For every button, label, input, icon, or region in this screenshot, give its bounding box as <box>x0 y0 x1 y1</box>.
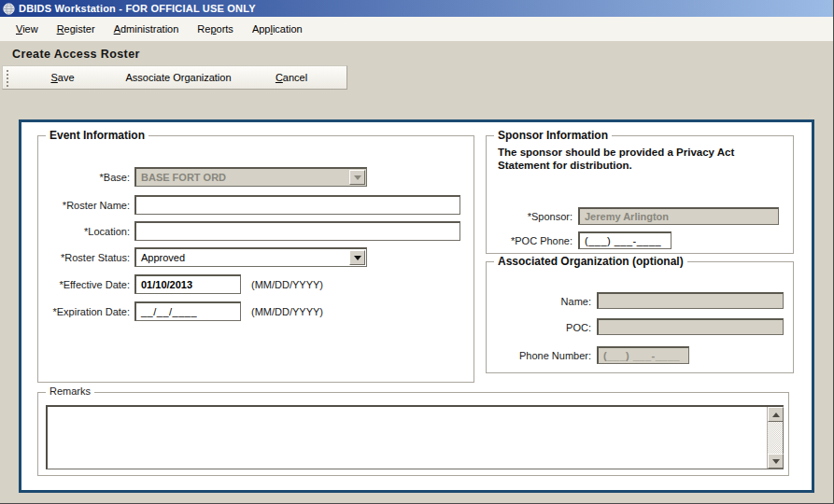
sponsor-information-title: Sponsor Information <box>494 129 612 142</box>
cancel-button[interactable]: Cancel <box>263 66 319 89</box>
org-name-field <box>597 292 784 309</box>
menu-register[interactable]: Register <box>57 23 95 35</box>
associate-organization-button[interactable]: Associate Organization <box>117 66 240 89</box>
poc-phone-label: *POC Phone: <box>487 235 572 246</box>
effective-date-field[interactable]: 01/10/2013 <box>134 274 241 294</box>
remarks-title: Remarks <box>46 385 94 397</box>
roster-status-dropdown[interactable]: Approved <box>134 247 367 267</box>
menu-bar: View Register Administration Reports App… <box>0 17 834 41</box>
toolbar: Save Associate Organization Cancel <box>2 65 347 90</box>
menu-administration[interactable]: Administration <box>114 23 179 35</box>
remarks-scrollbar[interactable] <box>767 407 783 469</box>
roster-status-label: *Roster Status: <box>38 252 130 263</box>
event-information-group: Event Information *Base: BASE FORT ORD *… <box>37 135 474 383</box>
location-label: *Location: <box>38 226 130 237</box>
org-poc-field <box>597 318 784 335</box>
page-title: Create Access Roster <box>12 48 140 61</box>
org-name-label: Name: <box>487 296 591 307</box>
drag-grip-icon[interactable] <box>6 70 9 87</box>
sponsor-value: Jeremy Arlington <box>580 211 669 222</box>
chevron-down-icon[interactable] <box>349 250 365 265</box>
expiration-date-value: __/__/____ <box>136 306 197 317</box>
poc-phone-field[interactable]: (___) ___-____ <box>578 231 671 249</box>
menu-view[interactable]: View <box>16 23 38 35</box>
sponsor-label: *Sponsor: <box>487 211 572 222</box>
roster-name-label: *Roster Name: <box>38 200 130 211</box>
org-phone-field: (___) ___-____ <box>597 346 689 364</box>
associated-organization-title: Associated Organization (optional) <box>494 255 687 268</box>
roster-name-input[interactable] <box>136 197 459 214</box>
window-title: DBIDS Workstation - FOR OFFICIAL USE ONL… <box>19 3 256 14</box>
remarks-field-wrap <box>46 405 784 469</box>
remarks-group: Remarks <box>37 392 789 476</box>
roster-status-value: Approved <box>136 252 185 263</box>
org-poc-label: POC: <box>487 322 591 333</box>
triangle-down-icon[interactable] <box>768 454 784 469</box>
sponsor-field: Jeremy Arlington <box>578 207 779 225</box>
associated-organization-group: Associated Organization (optional) Name:… <box>486 261 794 373</box>
effective-date-label: *Effective Date: <box>38 279 130 290</box>
chevron-down-icon <box>349 170 365 185</box>
location-field-wrap <box>134 221 460 241</box>
effective-date-format-hint: (MM/DD/YYYY) <box>251 279 323 290</box>
expiration-date-field[interactable]: __/__/____ <box>134 301 241 321</box>
globe-icon <box>3 3 15 15</box>
org-phone-label: Phone Number: <box>487 350 591 361</box>
expiration-date-format-hint: (MM/DD/YYYY) <box>251 306 323 317</box>
save-button[interactable]: Save <box>40 66 85 89</box>
expiration-date-label: *Expiration Date: <box>38 306 130 317</box>
dbids-workstation-window: DBIDS Workstation - FOR OFFICIAL USE ONL… <box>0 0 834 504</box>
title-bar: DBIDS Workstation - FOR OFFICIAL USE ONL… <box>0 0 834 17</box>
base-dropdown: BASE FORT ORD <box>134 167 367 187</box>
sponsor-information-group: Sponsor Information The sponsor should b… <box>486 135 794 254</box>
menu-reports[interactable]: Reports <box>197 23 233 35</box>
menu-application[interactable]: Application <box>252 23 303 35</box>
privacy-act-notice: The sponsor should be provided a Privacy… <box>498 146 785 172</box>
roster-name-field-wrap <box>134 195 460 215</box>
location-input[interactable] <box>136 223 459 240</box>
base-value: BASE FORT ORD <box>136 172 226 183</box>
event-information-title: Event Information <box>46 129 148 142</box>
base-label: *Base: <box>38 172 130 183</box>
effective-date-value: 01/10/2013 <box>136 279 192 290</box>
org-phone-value: (___) ___-____ <box>599 350 680 361</box>
triangle-up-icon[interactable] <box>768 407 784 422</box>
remarks-textarea[interactable] <box>48 407 767 469</box>
create-access-roster-panel: Event Information *Base: BASE FORT ORD *… <box>19 119 814 493</box>
poc-phone-value: (___) ___-____ <box>580 235 661 246</box>
